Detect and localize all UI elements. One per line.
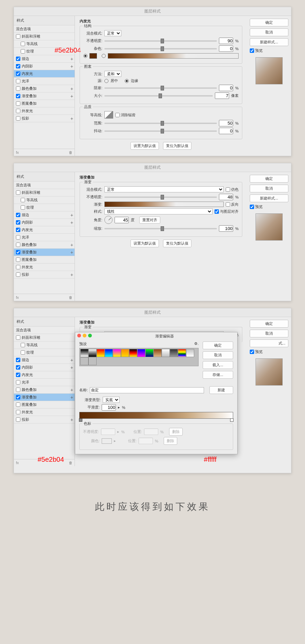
style-row-7[interactable]: 颜色叠加+ xyxy=(14,85,75,92)
style-row-10[interactable]: 外发光 xyxy=(14,409,75,416)
style-row-9[interactable]: 图案叠加 xyxy=(14,256,75,264)
opacity-slider[interactable] xyxy=(104,196,217,198)
range-slider[interactable] xyxy=(104,123,217,124)
range-input[interactable] xyxy=(219,120,233,126)
add-icon[interactable]: + xyxy=(70,417,73,422)
style-checkbox[interactable] xyxy=(16,220,20,225)
add-icon[interactable]: + xyxy=(70,212,73,218)
style-checkbox[interactable] xyxy=(16,79,20,83)
style-checkbox[interactable] xyxy=(16,358,20,362)
style-row-3[interactable]: 描边+ xyxy=(14,211,75,219)
cancel-button[interactable]: 取消 xyxy=(250,28,288,36)
style-row-1[interactable]: 等高线 xyxy=(14,196,75,204)
preset-swatch[interactable] xyxy=(137,349,145,357)
add-icon[interactable]: + xyxy=(70,357,73,363)
reset-default-button[interactable]: 复位为默认值 xyxy=(163,142,191,150)
preset-swatch[interactable] xyxy=(80,349,88,357)
style-row-6[interactable]: 光泽 xyxy=(14,234,75,241)
ge-save-button[interactable]: 存储... xyxy=(203,371,233,379)
add-icon[interactable]: + xyxy=(70,56,73,62)
style-checkbox[interactable] xyxy=(16,94,20,98)
style-checkbox[interactable] xyxy=(16,109,20,113)
style-row-1[interactable]: 等高线 xyxy=(14,341,75,349)
preset-swatch[interactable] xyxy=(105,349,113,357)
new-style-button[interactable]: 新建样式... xyxy=(250,194,288,202)
style-row-8[interactable]: 渐变叠加+ xyxy=(14,394,75,401)
size-input[interactable] xyxy=(215,92,229,99)
style-row-8[interactable]: 渐变叠加+ xyxy=(14,249,75,256)
style-checkbox[interactable] xyxy=(16,395,20,399)
preset-swatch[interactable] xyxy=(129,349,137,357)
style-row-5[interactable]: 内发光 xyxy=(14,70,75,78)
ok-button[interactable]: 确定 xyxy=(250,175,288,183)
style-checkbox[interactable] xyxy=(16,417,20,422)
style-checkbox[interactable] xyxy=(16,101,20,106)
style-checkbox[interactable] xyxy=(16,116,20,121)
add-icon[interactable]: + xyxy=(70,94,73,99)
style-row-10[interactable]: 外发光 xyxy=(14,107,75,115)
style-checkbox[interactable] xyxy=(16,335,20,340)
style-row-4[interactable]: 内阴影+ xyxy=(14,63,75,70)
add-icon[interactable]: + xyxy=(70,387,73,393)
style-row-10[interactable]: 外发光 xyxy=(14,264,75,271)
preview-checkbox[interactable] xyxy=(250,350,254,354)
angle-dial[interactable] xyxy=(104,216,113,224)
add-icon[interactable]: + xyxy=(70,116,73,121)
trash-icon[interactable]: 🗑 xyxy=(69,150,73,154)
choke-slider[interactable] xyxy=(104,87,217,89)
preset-swatch[interactable] xyxy=(113,349,121,357)
style-row-3[interactable]: 描边+ xyxy=(14,55,75,63)
ge-ok-button[interactable]: 确定 xyxy=(203,341,233,349)
set-default-button[interactable]: 设置为默认值 xyxy=(130,142,159,150)
scale-input[interactable] xyxy=(219,225,233,232)
add-icon[interactable]: + xyxy=(70,86,73,91)
style-checkbox[interactable] xyxy=(16,34,20,39)
reset-align-button[interactable]: 重置对齐 xyxy=(139,216,160,224)
style-row-5[interactable]: 内发光 xyxy=(14,226,75,234)
style-select[interactable]: 线性 xyxy=(104,208,212,214)
style-row-9[interactable]: 图案叠加 xyxy=(14,401,75,409)
preset-swatch[interactable] xyxy=(170,349,178,357)
style-row-6[interactable]: 光泽 xyxy=(14,78,75,85)
smoothness-input[interactable] xyxy=(102,404,116,411)
trash-icon[interactable]: 🗑 xyxy=(69,295,73,299)
style-row-7[interactable]: 颜色叠加+ xyxy=(14,386,75,394)
preset-swatch[interactable] xyxy=(186,349,194,357)
gradient-swatch[interactable] xyxy=(104,202,224,207)
scale-slider[interactable] xyxy=(104,228,217,229)
add-icon[interactable]: + xyxy=(70,250,73,255)
style-checkbox[interactable] xyxy=(21,350,25,355)
method-select[interactable]: 柔和 xyxy=(104,71,121,77)
cancel-button[interactable]: 取消 xyxy=(250,330,288,337)
style-row-8[interactable]: 渐变叠加+ xyxy=(14,92,75,100)
style-row-11[interactable]: 投影+ xyxy=(14,115,75,122)
color-swatch[interactable] xyxy=(89,53,97,59)
ge-new-button[interactable]: 新建 xyxy=(209,386,233,394)
style-row-5[interactable]: 内发光 xyxy=(14,371,75,379)
style-row-11[interactable]: 投影+ xyxy=(14,416,75,423)
style-row-0[interactable]: 斜面和浮雕 xyxy=(14,334,75,341)
noise-slider[interactable] xyxy=(104,48,217,49)
style-checkbox[interactable] xyxy=(21,49,25,54)
style-checkbox[interactable] xyxy=(16,228,20,232)
color-stop-left[interactable] xyxy=(79,418,82,422)
style-checkbox[interactable] xyxy=(16,272,20,277)
preset-swatch[interactable] xyxy=(145,349,154,357)
style-checkbox[interactable] xyxy=(16,190,20,195)
jitter-slider[interactable] xyxy=(104,130,217,132)
preset-swatch[interactable] xyxy=(88,357,97,365)
style-row-11[interactable]: 投影+ xyxy=(14,271,75,278)
preset-swatch[interactable] xyxy=(88,349,97,357)
style-row-3[interactable]: 描边+ xyxy=(14,356,75,364)
style-row-0[interactable]: 斜面和浮雕 xyxy=(14,189,75,196)
contour-swatch[interactable] xyxy=(104,111,113,119)
style-checkbox[interactable] xyxy=(16,257,20,262)
angle-input[interactable] xyxy=(115,217,129,223)
gradient-name-input[interactable] xyxy=(90,387,204,393)
ok-button[interactable]: 确定 xyxy=(250,320,288,328)
style-row-2[interactable]: 纹理 xyxy=(14,48,75,55)
style-checkbox[interactable] xyxy=(16,243,20,247)
reset-default-button[interactable]: 复位为默认值 xyxy=(163,240,191,247)
new-style-button[interactable]: 新建样式... xyxy=(250,38,288,46)
style-checkbox[interactable] xyxy=(21,343,25,347)
